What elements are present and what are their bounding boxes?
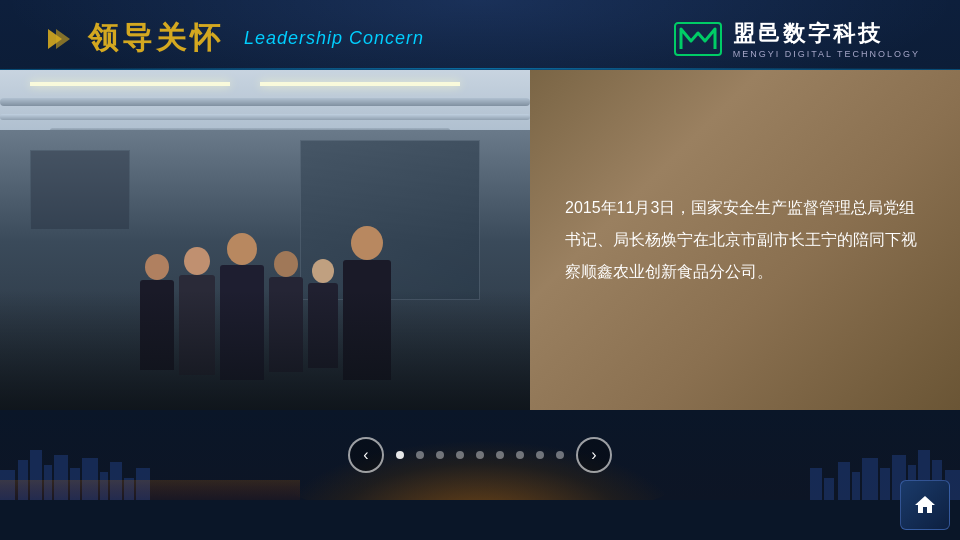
nav-dot-8[interactable] bbox=[536, 451, 544, 459]
svg-rect-21 bbox=[862, 458, 878, 500]
nav-dot-3[interactable] bbox=[436, 451, 444, 459]
pipe-1 bbox=[0, 98, 530, 106]
text-section: 2015年11月3日，国家安全生产监督管理总局党组书记、局长杨焕宁在北京市副市长… bbox=[530, 70, 960, 410]
svg-rect-24 bbox=[824, 478, 834, 500]
logo-icon bbox=[673, 19, 723, 59]
svg-rect-20 bbox=[880, 468, 890, 500]
person-6-head bbox=[351, 226, 383, 260]
svg-rect-25 bbox=[810, 468, 822, 500]
svg-rect-14 bbox=[0, 480, 300, 500]
logo-name-zh: 盟邑数字科技 bbox=[733, 19, 920, 49]
nav-dot-9[interactable] bbox=[556, 451, 564, 459]
svg-marker-1 bbox=[56, 29, 70, 49]
person-5-head bbox=[312, 259, 334, 283]
light-bar-2 bbox=[260, 82, 460, 86]
home-button[interactable] bbox=[900, 480, 950, 530]
nav-dot-6[interactable] bbox=[496, 451, 504, 459]
nav-dot-7[interactable] bbox=[516, 451, 524, 459]
light-bar-1 bbox=[30, 82, 230, 86]
description-text: 2015年11月3日，国家安全生产监督管理总局党组书记、局长杨焕宁在北京市副市长… bbox=[565, 192, 925, 288]
person-4-head bbox=[274, 251, 298, 277]
city-left-svg bbox=[0, 430, 300, 500]
floor-area bbox=[0, 290, 530, 410]
photo-section bbox=[0, 70, 530, 410]
nav-dot-2[interactable] bbox=[416, 451, 424, 459]
person-2-head bbox=[184, 247, 210, 275]
nav-dot-5[interactable] bbox=[476, 451, 484, 459]
person-3-head bbox=[227, 233, 257, 265]
svg-rect-23 bbox=[838, 462, 850, 500]
home-icon bbox=[913, 493, 937, 517]
bottom-bar: ‹ › bbox=[0, 410, 960, 500]
header: 领导关怀 Leadership Concern 盟邑数字科技 MENGYI DI… bbox=[0, 0, 960, 70]
next-button[interactable]: › bbox=[576, 437, 612, 473]
logo-name-en: MENGYI DIGITAL TECHNOLOGY bbox=[733, 49, 920, 59]
person-1-head bbox=[145, 254, 169, 280]
svg-rect-22 bbox=[852, 472, 860, 500]
pipe-2 bbox=[0, 114, 530, 120]
header-divider bbox=[0, 68, 960, 69]
navigation: ‹ › bbox=[348, 437, 612, 473]
main-content: 2015年11月3日，国家安全生产监督管理总局党组书记、局长杨焕宁在北京市副市长… bbox=[0, 70, 960, 410]
logo-text: 盟邑数字科技 MENGYI DIGITAL TECHNOLOGY bbox=[733, 19, 920, 59]
title-zh: 领导关怀 bbox=[88, 18, 224, 59]
prev-button[interactable]: ‹ bbox=[348, 437, 384, 473]
logo: 盟邑数字科技 MENGYI DIGITAL TECHNOLOGY bbox=[673, 19, 920, 59]
title-en: Leadership Concern bbox=[244, 28, 424, 49]
nav-dot-1[interactable] bbox=[396, 451, 404, 459]
header-arrow-icon bbox=[40, 21, 76, 57]
nav-dot-4[interactable] bbox=[456, 451, 464, 459]
